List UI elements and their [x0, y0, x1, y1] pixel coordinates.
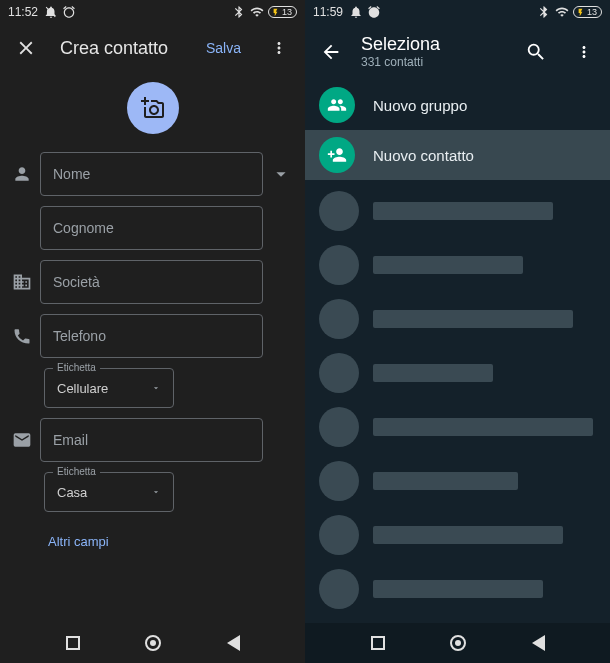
overflow-menu-button[interactable] — [261, 30, 297, 66]
search-button[interactable] — [518, 34, 554, 70]
contact-name-placeholder — [373, 472, 518, 490]
expand-name-button[interactable] — [267, 163, 295, 185]
contact-name-placeholder — [373, 526, 563, 544]
page-subtitle: 331 contatti — [361, 55, 506, 69]
back-button[interactable] — [313, 34, 349, 70]
contact-form: Nome Cognome Società Telefono Etichetta … — [0, 152, 305, 549]
more-vert-icon — [575, 43, 593, 61]
avatar — [319, 569, 359, 609]
arrow-back-icon — [320, 41, 342, 63]
contact-row[interactable] — [319, 184, 596, 238]
email-field[interactable]: Email — [40, 418, 263, 462]
nav-back-button[interactable] — [227, 635, 240, 651]
contact-row[interactable] — [319, 454, 596, 508]
phone-label-select[interactable]: Etichetta Cellulare — [44, 368, 174, 408]
add-photo-button[interactable] — [127, 82, 179, 134]
save-button[interactable]: Salva — [206, 40, 241, 56]
app-bar: Crea contatto Salva — [0, 24, 305, 72]
avatar — [319, 299, 359, 339]
new-group-button[interactable]: Nuovo gruppo — [305, 80, 610, 130]
wifi-icon — [250, 5, 264, 19]
avatar — [319, 245, 359, 285]
avatar — [319, 191, 359, 231]
wifi-icon — [555, 5, 569, 19]
select-contact-screen: 11:59 13 Seleziona 331 contatti — [305, 0, 610, 663]
nav-home-button[interactable] — [450, 635, 466, 651]
nav-recents-button[interactable] — [66, 636, 80, 650]
phone-field[interactable]: Telefono — [40, 314, 263, 358]
avatar — [319, 407, 359, 447]
company-field[interactable]: Società — [40, 260, 263, 304]
email-label-select[interactable]: Etichetta Casa — [44, 472, 174, 512]
status-bar: 11:59 13 — [305, 0, 610, 24]
contact-name-placeholder — [373, 364, 493, 382]
do-not-disturb-icon — [349, 5, 363, 19]
page-title: Seleziona — [361, 35, 506, 55]
contact-row[interactable] — [319, 238, 596, 292]
caret-down-icon — [151, 487, 161, 497]
group-icon — [327, 95, 347, 115]
first-name-field[interactable]: Nome — [40, 152, 263, 196]
contact-name-placeholder — [373, 256, 523, 274]
close-button[interactable] — [8, 30, 44, 66]
nav-recents-button[interactable] — [371, 636, 385, 650]
avatar — [319, 515, 359, 555]
contact-row[interactable] — [319, 562, 596, 616]
person-icon — [12, 164, 32, 184]
contact-row[interactable] — [319, 346, 596, 400]
caret-down-icon — [151, 383, 161, 393]
phone-icon — [12, 326, 32, 346]
email-icon — [12, 430, 32, 450]
do-not-disturb-icon — [44, 5, 58, 19]
contact-row[interactable] — [319, 292, 596, 346]
alarm-icon — [62, 5, 76, 19]
alarm-icon — [367, 5, 381, 19]
close-icon — [15, 37, 37, 59]
more-vert-icon — [270, 39, 288, 57]
add-photo-icon — [141, 96, 165, 120]
contact-row[interactable] — [319, 508, 596, 562]
app-bar: Seleziona 331 contatti — [305, 24, 610, 80]
status-time: 11:52 — [8, 5, 38, 19]
surname-field[interactable]: Cognome — [40, 206, 263, 250]
nav-back-button[interactable] — [532, 635, 545, 651]
contacts-list[interactable] — [305, 180, 610, 663]
battery-indicator: 13 — [573, 6, 602, 18]
navigation-bar — [305, 623, 610, 663]
contact-name-placeholder — [373, 418, 593, 436]
avatar — [319, 353, 359, 393]
status-time: 11:59 — [313, 5, 343, 19]
company-icon — [12, 272, 32, 292]
person-add-icon — [327, 145, 347, 165]
avatar — [319, 461, 359, 501]
new-contact-button[interactable]: Nuovo contatto — [305, 130, 610, 180]
bluetooth-icon — [537, 5, 551, 19]
battery-indicator: 13 — [268, 6, 297, 18]
contact-row[interactable] — [319, 400, 596, 454]
more-fields-button[interactable]: Altri campi — [8, 522, 295, 549]
page-title: Crea contatto — [60, 38, 190, 59]
status-bar: 11:52 13 — [0, 0, 305, 24]
nav-home-button[interactable] — [145, 635, 161, 651]
navigation-bar — [0, 623, 305, 663]
contact-name-placeholder — [373, 580, 543, 598]
contact-name-placeholder — [373, 310, 573, 328]
search-icon — [525, 41, 547, 63]
contact-name-placeholder — [373, 202, 553, 220]
bluetooth-icon — [232, 5, 246, 19]
overflow-menu-button[interactable] — [566, 34, 602, 70]
chevron-down-icon — [270, 163, 292, 185]
create-contact-screen: 11:52 13 Crea contatto Salva — [0, 0, 305, 663]
